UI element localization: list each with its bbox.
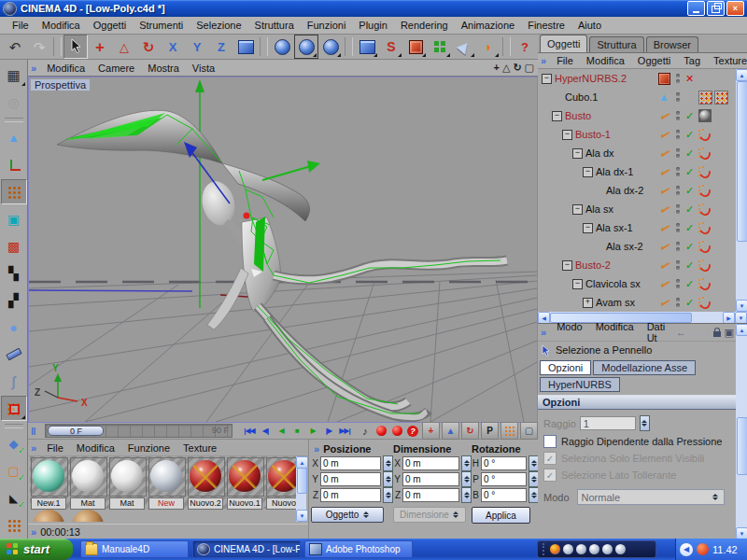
timeline-track[interactable]: 0 F 90 F <box>45 424 233 438</box>
ik-tag-icon[interactable] <box>698 241 711 253</box>
field-stepper[interactable] <box>383 471 393 487</box>
field-stepper[interactable] <box>461 455 472 471</box>
visibility-dots[interactable] <box>672 260 684 270</box>
live-selection-button[interactable] <box>63 35 88 59</box>
material-thumbnail-partial-1[interactable] <box>71 510 106 522</box>
tab-browser[interactable]: Browser <box>646 36 698 52</box>
tab-opzioni[interactable]: Opzioni <box>540 360 591 375</box>
next-key-button[interactable]: |▶ <box>321 424 336 439</box>
tree-row-ala-dx-2[interactable]: Ala dx-2✔✓ <box>538 181 736 200</box>
material-menu-texture[interactable]: Texture <box>176 441 223 455</box>
mp-stop-button[interactable] <box>576 544 586 554</box>
expand-plus-icon[interactable]: + <box>583 298 593 308</box>
ik-tag-icon[interactable] <box>698 129 711 141</box>
play-reverse-button[interactable]: ◀ <box>274 424 289 439</box>
viewport-menu-modifica[interactable]: Modifica <box>40 61 92 76</box>
stop-button[interactable]: ■ <box>289 424 304 439</box>
selection-tag-icon[interactable] <box>714 91 728 105</box>
material-scrollbar[interactable]: ▲ ▼ <box>296 456 306 522</box>
texture-axis-mode-button[interactable]: ▞ <box>1 287 27 313</box>
key-doc-button[interactable]: ▢ <box>520 422 538 440</box>
polygons-mode-button[interactable]: ▩ <box>1 233 27 259</box>
material-thumbnail-partial-0[interactable] <box>32 510 67 522</box>
viewport-menu-mostra[interactable]: Mostra <box>141 61 186 76</box>
enabled-check-icon[interactable]: ✓ <box>684 222 696 234</box>
prev-key-button[interactable]: ◀| <box>258 424 273 439</box>
key-pla-button[interactable] <box>500 422 518 440</box>
visibility-dots[interactable] <box>672 186 684 195</box>
coordinate-system-button[interactable] <box>233 35 258 59</box>
attribute-menu-dati-ut[interactable]: Dati Ut <box>641 319 676 345</box>
visibility-dots[interactable] <box>672 130 684 139</box>
radius-input[interactable]: 1 <box>580 416 636 430</box>
use-axis-tool-button[interactable] <box>1 152 27 177</box>
texture-mode-button[interactable]: ▚ <box>1 260 27 286</box>
menu-struttura[interactable]: Struttura <box>248 18 301 33</box>
render-view-button[interactable] <box>270 35 294 59</box>
ik-tag-icon[interactable] <box>698 222 711 234</box>
view-label[interactable]: Prospettiva <box>31 79 90 91</box>
points-mode-button[interactable] <box>1 179 27 204</box>
point-edit-mode-button[interactable] <box>1 396 27 421</box>
field-input[interactable]: 0 m <box>320 456 381 470</box>
nav-forward-icon[interactable]: → <box>690 327 700 338</box>
viewport-menu-vista[interactable]: Vista <box>186 61 221 76</box>
tree-row-busto-1[interactable]: −Busto-1✔✓ <box>538 125 736 144</box>
visibility-dots[interactable] <box>672 74 684 83</box>
attribute-menu-modo[interactable]: Modo <box>550 319 589 345</box>
help-pointer-button[interactable]: ? <box>513 35 537 59</box>
field-stepper[interactable] <box>383 455 393 471</box>
key-position-button[interactable]: + <box>422 422 440 440</box>
object-menu-texture[interactable]: Texture <box>707 53 747 68</box>
material-menu-modifica[interactable]: Modifica <box>70 441 121 455</box>
key-parameter-button[interactable]: P <box>481 422 499 440</box>
oggetto-dropdown[interactable]: Oggetto <box>311 507 384 523</box>
enabled-check-icon[interactable]: ✓ <box>684 259 696 272</box>
tree-row-ala-dx[interactable]: −Ala dx✔✓ <box>538 144 736 162</box>
field-input[interactable]: 0 ° <box>481 472 527 486</box>
zoom-view-icon[interactable]: △ <box>502 62 510 74</box>
tree-row-busto-2[interactable]: −Busto-2✔✓ <box>538 256 736 274</box>
enabled-check-icon[interactable]: ✓ <box>684 166 696 178</box>
visibility-dots[interactable] <box>672 242 684 251</box>
tree-row-ala-dx-1[interactable]: −Ala dx-1✔✓ <box>538 162 736 181</box>
visibility-dots[interactable] <box>672 92 684 102</box>
scale-tool-button[interactable]: △ <box>112 35 136 59</box>
object-tree-vscrollbar[interactable]: ▲ ▼ <box>736 69 747 312</box>
tree-row-avam-sx[interactable]: +Avam sx✔✓ <box>538 293 736 312</box>
mp-next-button[interactable] <box>602 544 613 554</box>
enabled-check-icon[interactable]: ✓ <box>684 241 696 253</box>
tab-struttura[interactable]: Struttura <box>589 36 643 52</box>
visibility-dots[interactable] <box>672 204 684 214</box>
field-input[interactable]: 0 ° <box>481 456 527 470</box>
expand-minus-icon[interactable]: − <box>562 260 572 271</box>
menu-plugin[interactable]: Plugin <box>352 18 394 33</box>
ik-tag-icon[interactable] <box>698 297 711 309</box>
tree-row-ala-sx[interactable]: −Ala sx✔✓ <box>538 200 736 218</box>
menu-animazione[interactable]: Animazione <box>455 18 521 33</box>
expand-minus-icon[interactable]: − <box>583 167 593 177</box>
tree-row-cubo-1[interactable]: Cubo.1▲ <box>538 88 736 106</box>
start-button[interactable]: start <box>0 539 73 560</box>
lock-y-axis-button[interactable]: Y <box>185 35 209 59</box>
enabled-check-icon[interactable]: ✓ <box>684 185 696 197</box>
section-header[interactable]: Opzioni <box>538 395 747 410</box>
ik-tag-icon[interactable] <box>698 259 711 272</box>
field-input[interactable]: 0 m <box>402 472 459 486</box>
field-stepper[interactable] <box>383 487 393 503</box>
edges-mode-button[interactable]: ▣ <box>1 206 27 231</box>
expand-minus-icon[interactable]: − <box>542 74 552 84</box>
enabled-check-icon[interactable]: ✓ <box>684 297 696 309</box>
lock-z-axis-button[interactable]: Z <box>209 35 233 59</box>
rotate-tool-button[interactable]: ↻ <box>136 35 161 59</box>
selection-tag-icon[interactable] <box>698 91 712 105</box>
object-menu-tag[interactable]: Tag <box>677 53 707 68</box>
attribute-menu-modifica[interactable]: Modifica <box>589 319 641 345</box>
render-active-view-button[interactable] <box>294 35 318 59</box>
menu-funzioni[interactable]: Funzioni <box>301 18 353 33</box>
material-new[interactable]: New <box>148 457 186 508</box>
tree-row-ala-sx-2[interactable]: Ala sx-2✔✓ <box>538 237 736 256</box>
use-model-tool-button[interactable]: ◎ <box>1 90 27 115</box>
tray-app-icon[interactable] <box>697 543 709 555</box>
menu-finestre[interactable]: Finestre <box>521 18 571 33</box>
